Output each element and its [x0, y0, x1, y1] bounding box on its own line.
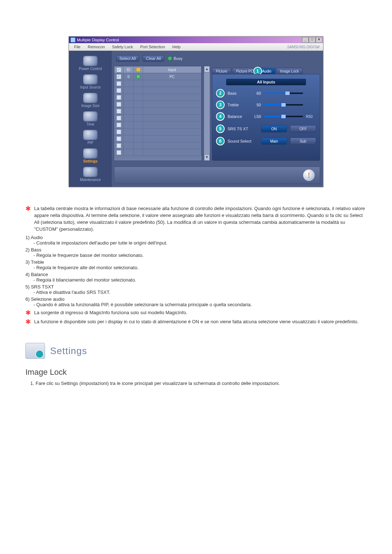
list-item-title: 1) Audio: [25, 235, 367, 240]
menu-remocon[interactable]: Remocon: [84, 45, 109, 49]
slider-label: Treble: [228, 103, 247, 107]
table-row[interactable]: [114, 87, 201, 94]
slider-thumb[interactable]: [285, 91, 290, 95]
grid-col-status: [134, 66, 143, 73]
window-title: Multiple Display Control: [77, 38, 119, 42]
option-button-sub[interactable]: Sub: [290, 138, 316, 145]
table-row[interactable]: [114, 128, 201, 135]
scroll-up-button[interactable]: ▲: [204, 66, 210, 73]
menu-safety-lock[interactable]: Safety Lock: [109, 45, 136, 49]
row-input-cell: [143, 108, 201, 114]
row-checkbox[interactable]: [117, 136, 121, 141]
list-item-title: 4) Balance: [25, 272, 367, 277]
note-availability: ✱ La funzione è disponibile solo per i d…: [25, 319, 367, 325]
minimize-button[interactable]: _: [302, 37, 309, 43]
row-status-cell: [134, 73, 143, 80]
sidebar-item-time[interactable]: Time: [73, 110, 108, 127]
info-icon: !: [303, 169, 315, 181]
slider-thumb[interactable]: [281, 103, 286, 107]
callout-marker-5: 5: [216, 124, 225, 133]
footer-panel: !: [114, 167, 320, 184]
row-status-cell: [134, 149, 143, 156]
row-checkbox[interactable]: [117, 81, 121, 86]
menu-file[interactable]: File: [70, 45, 84, 49]
busy-indicator: Busy: [168, 56, 182, 61]
row-input-cell: PC: [143, 73, 201, 80]
row-checkbox[interactable]: ✓: [117, 74, 121, 79]
sidebar-item-image-size[interactable]: Image Size: [73, 91, 108, 108]
slider-right-label: R50: [306, 115, 316, 119]
maximize-button[interactable]: □: [309, 37, 315, 43]
row-id-cell: [123, 87, 134, 94]
slider-row-treble: 3Treble50: [216, 100, 316, 109]
row-checkbox[interactable]: [117, 109, 121, 114]
menu-help[interactable]: Help: [169, 45, 184, 49]
table-row[interactable]: [114, 122, 201, 128]
slider-track[interactable]: [264, 93, 303, 94]
tab-image-lock[interactable]: Image Lock: [276, 68, 303, 74]
slider-label: Bass: [228, 91, 247, 95]
row-checkbox[interactable]: [117, 116, 121, 120]
table-row[interactable]: ✓0PC: [114, 73, 201, 80]
sidebar-item-pip[interactable]: PIP: [73, 128, 108, 145]
grid-scrollbar[interactable]: ▲ ▼: [204, 66, 210, 161]
tab-picture[interactable]: Picture: [212, 68, 231, 74]
sidebar-item-label: Image Size: [81, 104, 99, 108]
option-button-off[interactable]: OFF: [290, 125, 316, 132]
table-row[interactable]: [114, 94, 201, 101]
table-row[interactable]: [114, 108, 201, 115]
list-item: 4) Balance- Regola il bilanciamento del …: [25, 272, 367, 283]
row-status-cell: [134, 80, 143, 87]
note-intro: ✱ La tabella centrale mostra le informaz…: [25, 205, 367, 233]
all-inputs-band: All Inputs: [226, 79, 306, 85]
close-button[interactable]: ×: [316, 37, 322, 43]
row-checkbox[interactable]: [117, 150, 121, 155]
tab-audio[interactable]: 1 Audio: [258, 68, 275, 74]
option-button-on[interactable]: ON: [261, 125, 287, 132]
sidebar-item-settings[interactable]: Settings: [73, 147, 108, 164]
select-all-button[interactable]: Select All: [116, 55, 139, 62]
row-id-cell: [123, 128, 134, 135]
table-row[interactable]: [114, 135, 201, 142]
slider-thumb[interactable]: [281, 114, 286, 119]
table-row[interactable]: [114, 142, 201, 149]
scroll-down-button[interactable]: ▼: [204, 154, 210, 161]
maintenance-icon: [83, 167, 98, 177]
sidebar-item-input-source[interactable]: Input Source: [73, 73, 108, 90]
row-checkbox[interactable]: [117, 102, 121, 107]
status-header-icon: [136, 67, 140, 72]
row-status-cell: [134, 122, 143, 128]
list-item-title: 2) Bass: [25, 247, 367, 253]
sidebar-item-label: Time: [86, 122, 94, 126]
table-row[interactable]: [114, 80, 201, 87]
busy-dot-icon: [168, 56, 172, 61]
row-input-cell: [143, 101, 201, 107]
list-item-sub: - Regola le frequenze alte del monitor s…: [33, 265, 367, 270]
table-row[interactable]: [114, 115, 201, 122]
star-icon: ✱: [25, 319, 32, 325]
menu-port-selection[interactable]: Port Selection: [136, 45, 168, 49]
slider-track[interactable]: [264, 104, 303, 106]
row-input-cell: [143, 128, 201, 135]
sidebar-item-maintenance[interactable]: Maintenance: [73, 165, 108, 182]
table-row[interactable]: [114, 149, 201, 156]
slider-track[interactable]: [264, 116, 303, 117]
row-checkbox[interactable]: [117, 143, 121, 148]
row-checkbox[interactable]: [117, 95, 121, 100]
option-button-main[interactable]: Main: [261, 138, 287, 145]
list-item-title: 3) Treble: [25, 259, 367, 265]
star-icon: ✱: [25, 309, 32, 316]
tab-audio-label: Audio: [262, 69, 271, 73]
sidebar-item-power-control[interactable]: Power Control: [73, 54, 108, 71]
row-checkbox[interactable]: [117, 88, 121, 93]
option-row-sound-select: 6Sound SelectMainSub: [216, 137, 316, 145]
checkbox-icon[interactable]: ✓: [117, 67, 121, 72]
row-id-cell: [123, 122, 134, 128]
clear-all-button[interactable]: Clear All: [143, 55, 164, 62]
callout-marker-4: 4: [216, 112, 225, 121]
row-checkbox[interactable]: [117, 130, 121, 134]
row-checkbox[interactable]: [117, 123, 121, 127]
slider-fill: [264, 93, 287, 94]
table-row[interactable]: [114, 101, 201, 108]
list-item-sub: - Regola le frequenze basse del monitor …: [33, 253, 367, 258]
